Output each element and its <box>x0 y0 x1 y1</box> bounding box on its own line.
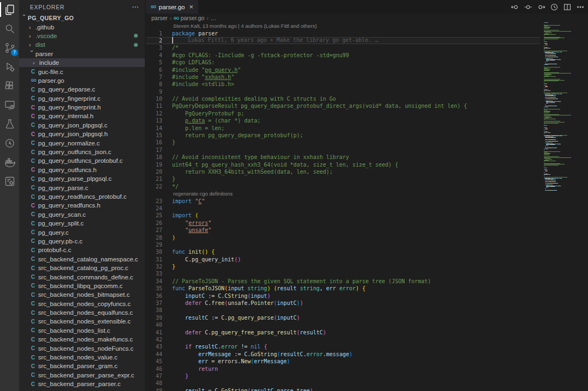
more-actions-icon[interactable] <box>575 2 585 11</box>
file-item[interactable]: Cpg_query_parse_plpgsql.c <box>19 174 145 183</box>
file-item[interactable]: Cpg_query_json_plpgsql.c <box>19 121 145 130</box>
file-item[interactable]: Csrc_backend_nodes_list.c <box>19 326 145 335</box>
code-line[interactable]: 25import ( <box>146 212 540 219</box>
code-line[interactable]: 19uint64_t pg_query_hash_xxh3_64(void *d… <box>146 161 540 168</box>
minimap[interactable] <box>540 22 588 391</box>
code-line[interactable]: 27 "unsafe" <box>146 227 540 234</box>
file-item[interactable]: Cguc-file.c <box>19 67 145 76</box>
code-line[interactable]: 46 return <box>146 365 540 372</box>
file-item[interactable]: Cpg_query_readfuncs.h <box>19 201 145 210</box>
code-line[interactable]: 47 } <box>146 372 540 380</box>
file-item[interactable]: Csrc_backend_nodes_equalfuncs.c <box>19 308 145 317</box>
source-control-icon[interactable]: 7 <box>0 38 19 57</box>
remote-explorer-icon[interactable] <box>0 95 19 114</box>
folder-item[interactable]: ›include <box>19 58 145 67</box>
file-item[interactable]: Cpg_query_outfuncs_protobuf.c <box>19 156 145 165</box>
code-line[interactable]: 14 p.len = len; <box>146 124 540 131</box>
next-change-icon[interactable] <box>536 2 546 11</box>
code-line[interactable]: 26 "errors" <box>146 219 540 227</box>
breadcrumb-symbol-more[interactable]: … <box>211 15 217 21</box>
code-line[interactable]: 3/* <box>146 44 540 51</box>
tab-close-icon[interactable]: × <box>189 4 193 10</box>
run-debug-icon[interactable] <box>0 57 19 76</box>
file-item[interactable]: Cpg_query_json_plpgsql.h <box>19 130 145 138</box>
code-line[interactable]: 22*/ <box>146 183 540 190</box>
split-editor-icon[interactable] <box>562 2 572 11</box>
code-line[interactable]: 41 defer C.pg_query_free_parse_result(re… <box>146 328 540 335</box>
folder-item[interactable]: ›.vscode <box>19 32 145 40</box>
code-line[interactable]: 34// ParseToJSON - Parses the given SQL … <box>146 278 540 285</box>
folder-item[interactable]: ›parser <box>19 50 145 58</box>
codelens[interactable]: Steven Kalt, 13 months ago | 4 authors (… <box>146 22 540 29</box>
codelens[interactable]: regenerate cgo definitions <box>146 190 540 197</box>
file-item[interactable]: GOparser.go <box>19 76 145 85</box>
breadcrumb-file[interactable]: parser.go <box>181 15 205 21</box>
file-item[interactable]: Csrc_backend_parser_parse_expr.c <box>19 371 145 380</box>
file-history-icon[interactable] <box>549 2 559 11</box>
file-item[interactable]: Cpg_query_deparse.c <box>19 85 145 94</box>
testing-icon[interactable] <box>0 114 19 133</box>
code-line[interactable]: 49 result = C.GoString(resultC.parse_tre… <box>146 387 540 391</box>
code-line[interactable]: 9 <box>146 88 540 95</box>
code-line[interactable]: 48 <box>146 380 540 387</box>
file-item[interactable]: Csrc_backend_nodes_makefuncs.c <box>19 335 145 344</box>
file-item[interactable]: Cpg_query_outfuncs.h <box>19 166 145 174</box>
code-line[interactable]: 40 <box>146 321 540 328</box>
code-line[interactable]: 10// Avoid complexities dealing with C s… <box>146 95 540 102</box>
code-line[interactable]: 31 C.pg_query_init() <box>146 256 540 263</box>
code-line[interactable]: 42 <box>146 336 540 343</box>
explorer-more-actions-icon[interactable]: ⋯ <box>132 4 139 10</box>
file-item[interactable]: Cpg_query.pb-c.c <box>19 237 145 246</box>
workspace-root-item[interactable]: › PG_QUERY_GO <box>19 14 145 22</box>
tools-icon[interactable] <box>0 172 19 191</box>
file-item[interactable]: Csrc_backend_parser_parser.c <box>19 380 145 388</box>
file-item[interactable]: Csrc_backend_commands_define.c <box>19 272 145 281</box>
code-line[interactable]: 18// Avoid inconsistent type behaviour i… <box>146 154 540 161</box>
code-line[interactable]: 20 return XXH3_64bits_withSeed(data, len… <box>146 168 540 175</box>
file-item[interactable]: Cpg_query_normalize.c <box>19 138 145 147</box>
code-line[interactable]: 44 errMessage := C.GoString(resultC.erro… <box>146 351 540 358</box>
file-item[interactable]: Csrc_backend_libpq_pqcomm.c <box>19 282 145 290</box>
file-item[interactable]: Cpg_query_readfuncs_protobuf.c <box>19 192 145 201</box>
code-line[interactable]: 37 defer C.free(unsafe.Pointer(inputC)) <box>146 300 540 307</box>
code-line[interactable]: 17 <box>146 146 540 154</box>
folder-item[interactable]: ›dist <box>19 40 145 49</box>
previous-change-icon[interactable] <box>510 2 519 11</box>
code-line[interactable]: 33 <box>146 270 540 277</box>
code-line[interactable]: 7#include "xxhash.h" <box>146 74 540 81</box>
file-item[interactable]: Cpg_query_fingerprint.c <box>19 94 145 103</box>
file-item[interactable]: Csrc_backend_nodes_bitmapset.c <box>19 290 145 299</box>
code-line[interactable]: 24 <box>146 205 540 212</box>
code-line[interactable]: 28) <box>146 234 540 241</box>
explorer-icon[interactable] <box>0 0 19 19</box>
file-item[interactable]: Cpg_query_parse.c <box>19 183 145 192</box>
file-item[interactable]: Cpg_query_outfuncs_json.c <box>19 148 145 156</box>
code-line[interactable]: 8#include <stdlib.h> <box>146 81 540 88</box>
code-line[interactable]: 38 <box>146 307 540 314</box>
file-item[interactable]: Cpg_query_split.c <box>19 219 145 228</box>
code-editor[interactable]: Steven Kalt, 13 months ago | 4 authors (… <box>146 22 540 391</box>
code-line[interactable]: 36 inputC := C.CString(input) <box>146 292 540 299</box>
search-icon[interactable] <box>0 19 19 38</box>
folder-item[interactable]: ›.github <box>19 22 145 31</box>
code-line[interactable]: 5#cgo LDFLAGS: <box>146 59 540 66</box>
extensions-icon[interactable] <box>0 76 19 95</box>
file-item[interactable]: Cpg_query_fingerprint.h <box>19 103 145 112</box>
file-item[interactable]: Cpg_query_internal.h <box>19 112 145 120</box>
code-line[interactable]: 21} <box>146 175 540 182</box>
code-line[interactable]: 4#cgo CFLAGS: -Iinclude -g -fstack-prote… <box>146 52 540 59</box>
code-line[interactable]: 15 return pg_query_deparse_protobuf(p); <box>146 132 540 139</box>
code-line[interactable]: 23import "C" <box>146 197 540 204</box>
code-line[interactable]: 29 <box>146 241 540 248</box>
file-item[interactable]: Csrc_backend_catalog_pg_proc.c <box>19 264 145 272</box>
code-line[interactable]: 6#include "pg_query.h" <box>146 66 540 73</box>
code-line[interactable]: 43 if resultC.error != nil { <box>146 343 540 350</box>
file-item[interactable]: Csrc_backend_nodes_copyfuncs.c <box>19 300 145 308</box>
code-line[interactable]: 35func ParseToJSON(input string) (result… <box>146 285 540 292</box>
file-item[interactable]: Csrc_backend_catalog_namespace.c <box>19 255 145 264</box>
tab-parser-go[interactable]: GO parser.go × <box>146 0 198 14</box>
breadcrumb-folder[interactable]: parser <box>151 15 168 21</box>
file-item[interactable]: Cpg_query_scan.c <box>19 210 145 219</box>
file-item[interactable]: Csrc_backend_nodes_value.c <box>19 353 145 362</box>
gitlens-icon[interactable] <box>0 133 19 152</box>
